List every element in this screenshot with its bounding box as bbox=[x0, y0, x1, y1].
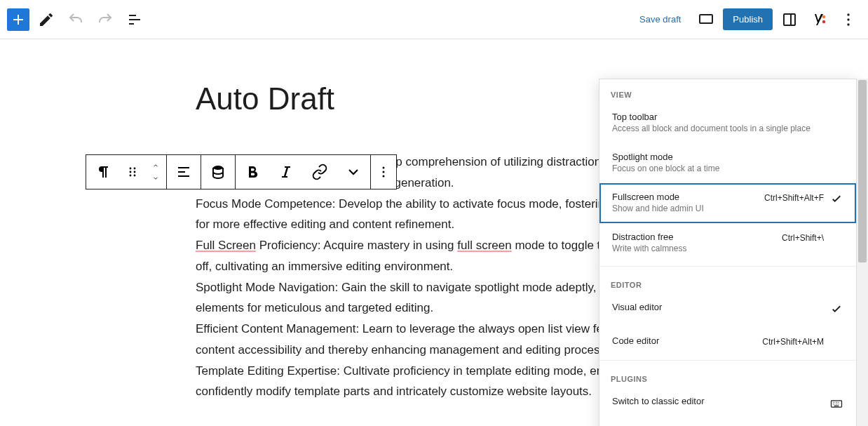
panel-item-desc: Show and hide admin UI bbox=[612, 204, 759, 213]
drag-handle-icon[interactable] bbox=[120, 155, 145, 189]
editor-topbar: Save draft Publish bbox=[0, 0, 868, 39]
publish-button[interactable]: Publish bbox=[723, 8, 773, 30]
svg-point-16 bbox=[383, 175, 385, 178]
vertical-scrollbar[interactable] bbox=[857, 79, 868, 426]
svg-rect-0 bbox=[700, 15, 712, 23]
panel-item-desc: Focus on one block at a time bbox=[612, 164, 824, 173]
panel-item-title: Spotlight mode bbox=[612, 152, 824, 162]
move-up-button[interactable] bbox=[145, 159, 166, 172]
topbar-right: Save draft Publish bbox=[631, 7, 861, 32]
block-toolbar bbox=[86, 154, 397, 189]
svg-point-13 bbox=[213, 166, 223, 170]
tools-button[interactable] bbox=[34, 7, 59, 32]
more-rich-text-button[interactable] bbox=[337, 155, 370, 189]
check-icon bbox=[829, 302, 843, 317]
data-icon[interactable] bbox=[201, 155, 235, 189]
yoast-seo-button[interactable] bbox=[806, 7, 832, 32]
panel-item-title: Code editor bbox=[612, 335, 757, 346]
panel-section-heading: VIEW bbox=[599, 79, 856, 103]
panel-item-title: Fullscreen mode bbox=[612, 192, 759, 202]
document-overview-button[interactable] bbox=[122, 7, 147, 32]
check-icon bbox=[829, 192, 843, 207]
svg-point-5 bbox=[847, 18, 849, 20]
svg-point-12 bbox=[134, 175, 136, 177]
scrollbar-thumb[interactable] bbox=[858, 80, 867, 262]
panel-item-distraction-free[interactable]: Distraction freeWrite with calmnessCtrl+… bbox=[599, 223, 856, 263]
panel-item-title: Visual editor bbox=[612, 302, 824, 312]
panel-item-yoast-seo-premium[interactable]: Yoast SEO Premium bbox=[599, 422, 856, 426]
spellcheck-underline: full screen bbox=[457, 239, 511, 252]
svg-point-2 bbox=[822, 15, 825, 18]
block-type-paragraph-icon[interactable] bbox=[86, 155, 120, 189]
svg-point-3 bbox=[822, 20, 825, 22]
save-draft-button[interactable]: Save draft bbox=[631, 8, 689, 30]
panel-item-shortcut: Ctrl+Shift+Alt+M bbox=[762, 337, 824, 347]
link-button[interactable] bbox=[303, 155, 337, 189]
align-button[interactable] bbox=[167, 155, 201, 189]
topbar-left bbox=[7, 7, 147, 32]
panel-item-shortcut: Ctrl+Shift+Alt+F bbox=[764, 193, 824, 203]
panel-item-shortcut: Ctrl+Shift+\ bbox=[782, 233, 824, 243]
svg-rect-1 bbox=[784, 14, 795, 25]
panel-item-spotlight-mode[interactable]: Spotlight modeFocus on one block at a ti… bbox=[599, 143, 856, 183]
move-down-button[interactable] bbox=[145, 172, 166, 185]
svg-point-9 bbox=[130, 171, 132, 173]
panel-section-heading: EDITOR bbox=[599, 269, 856, 293]
panel-item-fullscreen-mode[interactable]: Fullscreen modeShow and hide admin UICtr… bbox=[599, 183, 856, 223]
svg-point-15 bbox=[383, 171, 385, 173]
panel-item-title: Top toolbar bbox=[612, 112, 824, 122]
bold-button[interactable] bbox=[236, 155, 269, 189]
undo-button[interactable] bbox=[63, 7, 88, 32]
svg-point-4 bbox=[847, 13, 849, 15]
block-inserter-button[interactable] bbox=[7, 8, 29, 31]
svg-point-6 bbox=[847, 23, 849, 25]
redo-button[interactable] bbox=[93, 7, 118, 32]
panel-item-switch-to-classic-editor[interactable]: Switch to classic editor bbox=[599, 387, 856, 422]
keyboard-icon bbox=[829, 397, 843, 413]
svg-point-11 bbox=[130, 175, 132, 177]
svg-point-7 bbox=[130, 168, 132, 170]
panel-item-title: Distraction free bbox=[612, 232, 776, 242]
svg-point-10 bbox=[134, 171, 136, 173]
panel-item-code-editor[interactable]: Code editorCtrl+Shift+Alt+M bbox=[599, 327, 856, 357]
block-more-options-button[interactable] bbox=[371, 155, 396, 189]
options-menu-button[interactable] bbox=[836, 7, 861, 32]
panel-section-heading: PLUGINS bbox=[599, 364, 856, 387]
panel-item-desc: Access all block and document tools in a… bbox=[612, 124, 824, 133]
options-dropdown-panel: VIEWTop toolbarAccess all block and docu… bbox=[599, 79, 857, 426]
editor-canvas-wrap: Auto Draft Distraction-Free Mastery: Att… bbox=[0, 39, 868, 426]
panel-item-top-toolbar[interactable]: Top toolbarAccess all block and document… bbox=[599, 103, 856, 143]
italic-button[interactable] bbox=[269, 155, 303, 189]
svg-point-14 bbox=[383, 167, 385, 169]
preview-button[interactable] bbox=[693, 7, 719, 32]
spellcheck-underline: Full Screen bbox=[196, 239, 256, 252]
svg-point-8 bbox=[134, 168, 136, 170]
panel-item-title: Switch to classic editor bbox=[612, 396, 824, 406]
panel-item-desc: Write with calmness bbox=[612, 244, 776, 253]
panel-item-visual-editor[interactable]: Visual editor bbox=[599, 293, 856, 327]
settings-sidebar-toggle[interactable] bbox=[777, 7, 802, 32]
